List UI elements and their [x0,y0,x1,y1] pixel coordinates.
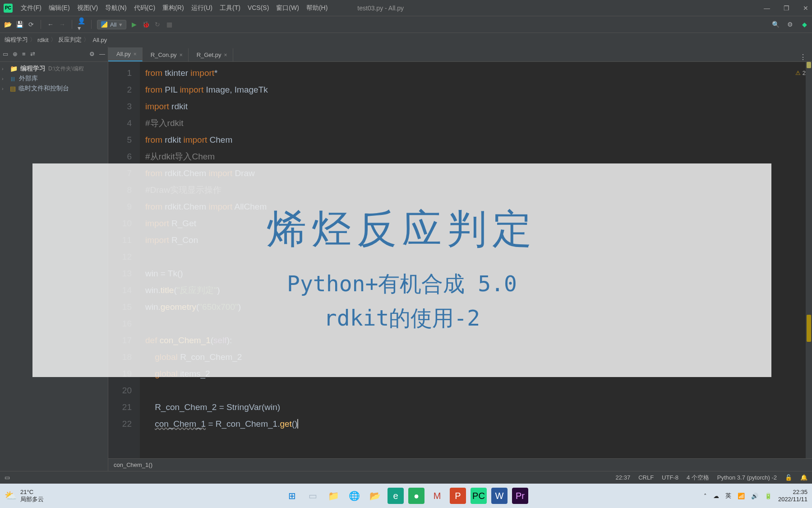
open-icon[interactable]: 📂 [4,20,12,28]
project-root[interactable]: › 📁 编程学习 D:\文件夹\编程 [0,64,108,74]
tray-onedrive-icon[interactable]: ☁ [713,493,719,499]
title-bar: PC 文件(F)编辑(E)视图(V)导航(N)代码(C)重构(R)运行(U)工具… [0,0,812,16]
explorer-icon[interactable]: 📁 [325,488,341,504]
breadcrumb-item[interactable]: 编程学习 [5,36,28,44]
warning-icon: ⚠ [795,65,801,81]
navigation-breadcrumb: 编程学习〉rdkit〉反应判定〉All.py [0,33,812,47]
status-indent[interactable]: 4 个空格 [687,474,709,482]
word-icon[interactable]: W [491,488,508,504]
menu-item[interactable]: 窗口(W) [273,3,302,13]
main-toolbar: 📂 💾 ⟳ ← → 👤▾ All ▾ ▶ 🐞 ↻ ▦ 🔍 ⚙ ◆ [0,16,812,33]
window-title: test03.py - All.py [357,5,404,12]
sort-icon[interactable]: ≡ [22,51,26,57]
search-icon[interactable]: 🔍 [771,20,780,28]
menu-item[interactable]: 编辑(E) [46,3,73,13]
main-menu: 文件(F)编辑(E)视图(V)导航(N)代码(C)重构(R)运行(U)工具(T)… [18,3,330,13]
shield-icon[interactable]: ◆ [800,20,808,28]
tool-window-icon[interactable]: ▭ [5,474,10,481]
breadcrumb-item[interactable]: All.py [91,37,107,43]
menu-item[interactable]: 运行(U) [189,3,215,13]
system-tray: ˄ ☁ 英 📶 🔊 🔋 22:35 2022/11/11 [704,489,807,503]
project-view-icon[interactable]: ▭ [3,51,8,57]
pycharm-logo-icon: PC [4,4,13,13]
status-interpreter[interactable]: Python 3.7 (pytorch) -2 [717,474,777,481]
windows-taskbar: ⛅ 21°C 局部多云 ⊞ ▭ 📁 🌐 📂 e ● M P PC W Pr ˄ … [0,484,812,508]
app-icon-2[interactable]: ● [408,488,424,504]
close-tab-icon[interactable]: × [224,52,227,58]
maximize-button[interactable]: ❐ [784,5,789,12]
lock-icon[interactable]: 🔓 [785,474,792,481]
tabs-more-icon[interactable]: ⋮ [794,53,812,61]
forward-icon[interactable]: → [58,20,66,28]
overlay-title: 烯烃反应判定 [267,202,537,256]
editor-tab[interactable]: R_Get.py× [189,48,233,61]
weather-icon: ⛅ [5,490,17,502]
save-icon[interactable]: 💾 [15,20,23,28]
user-icon[interactable]: 👤▾ [78,20,86,28]
task-view-icon[interactable]: ▭ [304,488,321,504]
editor-tab[interactable]: All.py× [108,47,143,61]
debug-button[interactable]: 🐞 [142,20,150,28]
hide-icon[interactable]: — [99,51,105,57]
menu-item[interactable]: 重构(R) [160,3,186,13]
editor-tab[interactable]: R_Con.py× [143,48,189,61]
video-overlay: 烯烃反应判定 Python+有机合成 5.0 rdkit的使用-2 [32,163,771,377]
status-bar: ▭ 22:37 CRLF UTF-8 4 个空格 Python 3.7 (pyt… [0,471,812,484]
taskbar-clock[interactable]: 22:35 2022/11/11 [778,489,807,503]
python-icon [101,21,107,28]
gear-icon[interactable]: ⚙ [89,51,95,57]
menu-item[interactable]: 导航(N) [102,3,129,13]
status-encoding[interactable]: UTF-8 [662,474,678,481]
menu-item[interactable]: 代码(C) [131,3,158,13]
editor-scrollbar[interactable] [806,62,812,458]
tray-language-icon[interactable]: 英 [725,492,731,500]
tray-battery-icon[interactable]: 🔋 [765,493,772,499]
app-icon-3[interactable]: M [429,488,445,504]
edge-icon[interactable]: 🌐 [346,488,362,504]
folder-icon[interactable]: 📂 [367,488,383,504]
run-config-dropdown[interactable]: All ▾ [97,20,126,29]
sidebar-header: ▭ ⊕ ≡ ⇄ ⚙ — [0,47,108,62]
profile-icon[interactable]: ▦ [165,20,173,28]
run-button[interactable]: ▶ [130,20,138,28]
scratches[interactable]: › ▤ 临时文件和控制台 [0,84,108,93]
menu-item[interactable]: 帮助(H) [304,3,330,13]
inspection-indicator[interactable]: ⚠ 2 [795,65,806,81]
settings-icon[interactable]: ⚙ [786,20,794,28]
external-libraries[interactable]: › ⫼ 外部库 [0,74,108,84]
overlay-subtitle-2: rdkit的使用-2 [324,304,480,333]
coverage-icon[interactable]: ↻ [153,20,161,28]
reload-icon[interactable]: ⟳ [27,20,35,28]
close-tab-icon[interactable]: × [134,51,137,57]
taskbar-apps: ⊞ ▭ 📁 🌐 📂 e ● M P PC W Pr [284,488,528,504]
app-icon-1[interactable]: e [388,488,404,504]
status-time: 22:37 [616,474,631,481]
collapse-icon[interactable]: ⇄ [30,51,35,57]
taskbar-weather[interactable]: ⛅ 21°C 局部多云 [5,489,44,503]
menu-item[interactable]: 视图(V) [74,3,101,13]
tray-volume-icon[interactable]: 🔊 [751,493,758,499]
overlay-subtitle-1: Python+有机合成 5.0 [287,270,517,298]
minimize-button[interactable]: — [764,5,770,12]
powerpoint-icon[interactable]: P [450,488,466,504]
premiere-icon[interactable]: Pr [512,488,528,504]
pycharm-taskbar-icon[interactable]: PC [471,488,487,504]
target-icon[interactable]: ⊕ [13,51,18,57]
close-button[interactable]: ✕ [803,5,808,12]
tray-wifi-icon[interactable]: 📶 [738,493,745,499]
menu-item[interactable]: 工具(T) [217,3,243,13]
menu-item[interactable]: VCS(S) [245,3,272,13]
editor-tabs: All.py×R_Con.py×R_Get.py×⋮ [108,47,812,62]
tray-chevron-icon[interactable]: ˄ [704,493,707,499]
breadcrumb-item[interactable]: 反应判定 [58,36,82,44]
back-icon[interactable]: ← [46,20,55,28]
menu-item[interactable]: 文件(F) [18,3,44,13]
start-button[interactable]: ⊞ [284,488,300,504]
notification-icon[interactable]: 🔔 [800,474,807,481]
window-controls: — ❐ ✕ [764,5,808,12]
breadcrumb-context[interactable]: con_Chem_1() [108,458,812,471]
breadcrumb-item[interactable]: rdkit [37,37,49,43]
close-tab-icon[interactable]: × [180,52,183,58]
status-line-ending[interactable]: CRLF [638,474,654,481]
project-tree: › 📁 编程学习 D:\文件夹\编程 › ⫼ 外部库 › ▤ 临时文件和控制台 [0,62,108,95]
